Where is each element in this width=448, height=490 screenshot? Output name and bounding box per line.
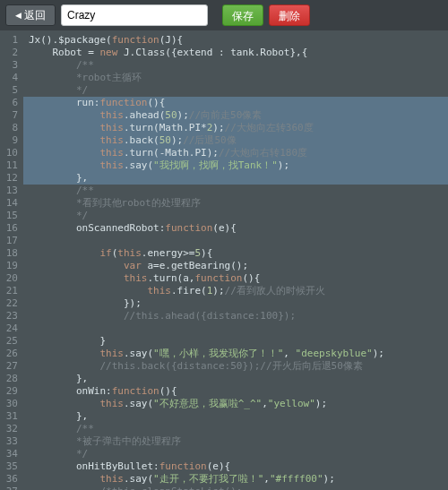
line-number: 25: [0, 335, 18, 348]
line-number: 15: [0, 210, 18, 222]
code-line[interactable]: [23, 235, 448, 247]
code-line[interactable]: *被子弹击中的处理程序: [23, 435, 448, 448]
code-line[interactable]: *看到其他robot的处理程序: [23, 197, 448, 210]
robot-name-input[interactable]: [61, 4, 208, 26]
delete-button[interactable]: 删除: [269, 4, 310, 26]
code-editor[interactable]: 1234567891011121314151617181920212223242…: [0, 30, 448, 490]
line-number: 18: [0, 247, 18, 260]
back-button[interactable]: 返回: [5, 4, 56, 26]
code-line[interactable]: this.say("走开，不要打我了啦！","#ffff00");: [23, 473, 448, 486]
code-line[interactable]: this.say("我找啊，找啊，找Tank！");: [23, 159, 448, 172]
line-number: 11: [0, 159, 18, 172]
line-number: 14: [0, 197, 18, 210]
code-line[interactable]: /**: [23, 59, 448, 72]
line-number: 22: [0, 297, 18, 310]
code-line[interactable]: this.say("不好意思，我赢啦^_^","yellow");: [23, 398, 448, 410]
code-line[interactable]: onHitByBullet:function(e){: [23, 460, 448, 473]
code-line[interactable]: [23, 322, 448, 335]
line-number: 34: [0, 448, 18, 460]
line-number: 30: [0, 398, 18, 410]
line-number: 10: [0, 147, 18, 159]
line-number: 5: [0, 84, 18, 97]
save-button[interactable]: 保存: [222, 4, 263, 26]
code-line[interactable]: onScannedRobot:function(e){: [23, 222, 448, 235]
line-number: 17: [0, 235, 18, 247]
line-number: 31: [0, 410, 18, 423]
line-number: 23: [0, 310, 18, 322]
line-number: 27: [0, 360, 18, 373]
code-line[interactable]: this.fire(1);//看到敌人的时候开火: [23, 285, 448, 297]
line-number: 35: [0, 460, 18, 473]
code-line[interactable]: this.turn(Math.PI*2);//大炮向左转360度: [23, 122, 448, 134]
line-number: 24: [0, 322, 18, 335]
line-number: 3: [0, 59, 18, 72]
line-number: 4: [0, 72, 18, 84]
line-number: 8: [0, 122, 18, 134]
code-line[interactable]: /**: [23, 185, 448, 197]
code-line[interactable]: //this.ahead({distance:100});: [23, 310, 448, 322]
code-line[interactable]: var a=e.getBearing();: [23, 260, 448, 272]
code-line[interactable]: this.turn(-Math.PI);//大炮向右转180度: [23, 147, 448, 159]
code-line[interactable]: /*this.cleanStateList();: [23, 486, 448, 490]
code-line[interactable]: this.say("嘿，小样，我发现你了！！", "deepskyblue");: [23, 348, 448, 360]
code-line[interactable]: },: [23, 172, 448, 185]
code-line[interactable]: },: [23, 410, 448, 423]
line-number: 12: [0, 172, 18, 185]
code-line[interactable]: */: [23, 210, 448, 222]
line-number: 28: [0, 373, 18, 385]
code-line[interactable]: if(this.energy>=5){: [23, 247, 448, 260]
line-number: 13: [0, 185, 18, 197]
code-line[interactable]: //this.back({distance:50});//开火后向后退50像素: [23, 360, 448, 373]
line-number: 36: [0, 473, 18, 486]
code-line[interactable]: });: [23, 297, 448, 310]
line-number: 7: [0, 109, 18, 122]
code-line[interactable]: onWin:function(){: [23, 385, 448, 398]
line-number: 9: [0, 134, 18, 147]
line-number: 21: [0, 285, 18, 297]
line-number: 32: [0, 423, 18, 435]
code-line[interactable]: Robot = new J.Class({extend : tank.Robot…: [23, 47, 448, 59]
line-number: 6: [0, 97, 18, 109]
line-number: 26: [0, 348, 18, 360]
line-number: 1: [0, 34, 18, 47]
toolbar: 返回 保存 删除: [0, 0, 448, 30]
code-line[interactable]: }: [23, 335, 448, 348]
line-number: 19: [0, 260, 18, 272]
code-line[interactable]: /**: [23, 423, 448, 435]
line-number: 16: [0, 222, 18, 235]
code-line[interactable]: this.turn(a,function(){: [23, 272, 448, 285]
code-area[interactable]: Jx().$package(function(J){ Robot = new J…: [23, 30, 448, 490]
code-line[interactable]: */: [23, 448, 448, 460]
code-line[interactable]: },: [23, 373, 448, 385]
code-line[interactable]: this.ahead(50);//向前走50像素: [23, 109, 448, 122]
line-gutter: 1234567891011121314151617181920212223242…: [0, 30, 23, 490]
line-number: 37: [0, 486, 18, 490]
code-line[interactable]: *robot主循环: [23, 72, 448, 84]
line-number: 2: [0, 47, 18, 59]
line-number: 29: [0, 385, 18, 398]
code-line[interactable]: Jx().$package(function(J){: [23, 34, 448, 47]
code-line[interactable]: */: [23, 84, 448, 97]
line-number: 20: [0, 272, 18, 285]
code-line[interactable]: this.back(50);//后退50像: [23, 134, 448, 147]
code-line[interactable]: run:function(){: [23, 97, 448, 109]
line-number: 33: [0, 435, 18, 448]
